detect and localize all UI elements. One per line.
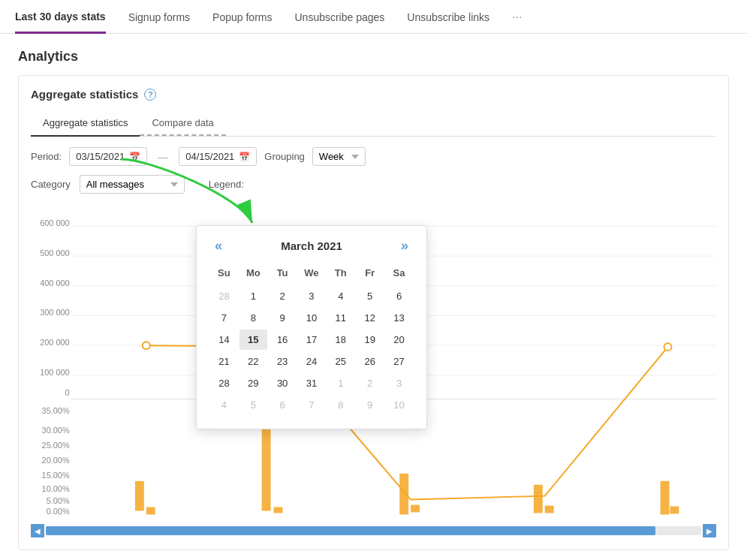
calendar-prev-button[interactable]: « (209, 238, 228, 254)
calendar-day[interactable]: 23 (269, 351, 297, 372)
calendar-day[interactable]: 5 (239, 395, 267, 415)
weekday-we: We (298, 264, 326, 285)
calendar-day[interactable]: 6 (269, 395, 297, 415)
svg-text:5.00%: 5.00% (47, 496, 70, 505)
scroll-left-button[interactable]: ◀ (31, 524, 44, 537)
calendar-day[interactable]: 6 (385, 286, 413, 306)
calendar-day[interactable]: 1 (327, 373, 354, 393)
calendar-day[interactable]: 20 (385, 330, 413, 350)
calendar-day[interactable]: 16 (269, 330, 297, 350)
calendar-day[interactable]: 29 (239, 373, 267, 393)
calendar-day[interactable]: 5 (356, 286, 384, 306)
svg-text:10.00%: 10.00% (42, 484, 70, 493)
calendar-day[interactable]: 30 (269, 373, 297, 393)
calendar-next-button[interactable]: » (395, 238, 414, 254)
svg-text:0: 0 (65, 388, 70, 397)
svg-rect-28 (262, 421, 271, 510)
calendar-day[interactable]: 17 (298, 330, 326, 350)
svg-text:600 000: 600 000 (40, 218, 69, 227)
calendar-day[interactable]: 27 (385, 351, 413, 372)
calendar-day[interactable]: 11 (327, 308, 354, 328)
weekday-sa: Sa (385, 264, 413, 285)
calendar-from-icon: 📅 (129, 152, 140, 162)
date-to-value: 04/15/2021 (185, 151, 234, 162)
calendar-day[interactable]: 1 (239, 286, 267, 306)
svg-text:30.00%: 30.00% (42, 426, 70, 435)
agg-title-row: Aggregate statistics ? (31, 88, 716, 101)
weekday-fr: Fr (356, 264, 384, 285)
calendar-day[interactable]: 3 (385, 373, 413, 393)
help-icon[interactable]: ? (144, 89, 156, 101)
date-from-input[interactable]: 03/15/2021 📅 (69, 147, 147, 166)
calendar-overlay: « March 2021 » Su Mo Tu We Th Fr Sa (196, 225, 427, 429)
tab-aggregate[interactable]: Aggregate statistics (31, 111, 140, 137)
calendar-day[interactable]: 31 (298, 373, 326, 393)
calendar-day[interactable]: 18 (327, 330, 354, 350)
calendar-day[interactable]: 7 (298, 395, 326, 415)
calendar-day[interactable]: 8 (327, 395, 354, 415)
calendar-day[interactable]: 13 (385, 308, 413, 328)
calendar-day[interactable]: 10 (385, 395, 413, 415)
svg-text:05.04.2021 - 11.04.2021: 05.04.2021 - 11.04.2021 (497, 519, 578, 519)
scroll-right-button[interactable]: ▶ (703, 524, 716, 537)
svg-rect-34 (661, 481, 670, 515)
svg-text:100 000: 100 000 (40, 368, 69, 377)
nav-more-button[interactable]: ··· (512, 11, 522, 33)
calendar-day[interactable]: 28 (210, 373, 238, 393)
svg-text:15.00%: 15.00% (42, 471, 70, 480)
svg-text:0.00%: 0.00% (47, 507, 70, 516)
nav-item-signup[interactable]: Signup forms (128, 11, 190, 32)
calendar-day[interactable]: 10 (298, 308, 326, 328)
calendar-month-title: March 2021 (281, 239, 342, 252)
calendar-day[interactable]: 15 (239, 330, 267, 350)
scrollbar-row: ◀ ▶ (31, 524, 716, 537)
weekday-th: Th (327, 264, 354, 285)
tab-compare[interactable]: Compare data (140, 111, 225, 136)
calendar-day[interactable]: 24 (298, 351, 326, 372)
calendar-day[interactable]: 3 (298, 286, 326, 306)
top-nav: Last 30 days stats Signup forms Popup fo… (0, 0, 747, 34)
controls-row: Period: 03/15/2021 📅 — 04/15/2021 📅 Grou… (31, 147, 716, 166)
grouping-select[interactable]: Week Day Month (312, 147, 366, 166)
calendar-day[interactable]: 9 (269, 308, 297, 328)
calendar-day[interactable]: 14 (210, 330, 238, 350)
legend-label: Legend: (209, 179, 244, 190)
svg-text:500 000: 500 000 (40, 248, 69, 257)
calendar-day[interactable]: 19 (356, 330, 384, 350)
date-to-input[interactable]: 04/15/2021 📅 (179, 147, 257, 166)
nav-item-last30[interactable]: Last 30 days stats (15, 11, 106, 34)
svg-text:22.03.2021 - 28.03.2021: 22.03.2021 - 28.03.2021 (233, 519, 314, 519)
svg-point-23 (143, 342, 150, 349)
calendar-day[interactable]: 4 (327, 286, 354, 306)
calendar-grid: Su Mo Tu We Th Fr Sa 2812345678910111213… (209, 263, 414, 417)
period-label: Period: (31, 151, 62, 162)
svg-text:20.00%: 20.00% (42, 456, 70, 465)
agg-title-text: Aggregate statistics (31, 88, 138, 101)
calendar-day[interactable]: 25 (327, 351, 354, 372)
nav-item-popup[interactable]: Popup forms (212, 11, 272, 32)
nav-item-unsub-links[interactable]: Unsubscribe links (407, 11, 489, 32)
calendar-day[interactable]: 9 (356, 395, 384, 415)
calendar-day[interactable]: 12 (356, 308, 384, 328)
svg-point-25 (664, 343, 672, 351)
svg-rect-33 (545, 506, 554, 513)
calendar-day[interactable]: 4 (210, 395, 238, 415)
calendar-day[interactable]: 2 (269, 286, 297, 306)
svg-rect-31 (411, 505, 420, 513)
calendar-day[interactable]: 28 (210, 286, 238, 306)
weekday-su: Su (210, 264, 238, 285)
calendar-day[interactable]: 8 (239, 308, 267, 328)
calendar-day[interactable]: 26 (356, 351, 384, 372)
scrollbar-thumb (46, 526, 655, 535)
scrollbar-track[interactable] (46, 526, 701, 535)
calendar-day[interactable]: 7 (210, 308, 238, 328)
calendar-day[interactable]: 2 (356, 373, 384, 393)
nav-item-unsub-pages[interactable]: Unsubscribe pages (294, 11, 384, 32)
category-select[interactable]: All messages (80, 175, 185, 194)
calendar-day[interactable]: 22 (239, 351, 267, 372)
svg-text:400 000: 400 000 (40, 278, 69, 288)
calendar-day[interactable]: 21 (210, 351, 238, 372)
tabs-row: Aggregate statistics Compare data (31, 111, 716, 137)
svg-text:200 000: 200 000 (40, 338, 69, 347)
svg-rect-27 (146, 507, 155, 515)
